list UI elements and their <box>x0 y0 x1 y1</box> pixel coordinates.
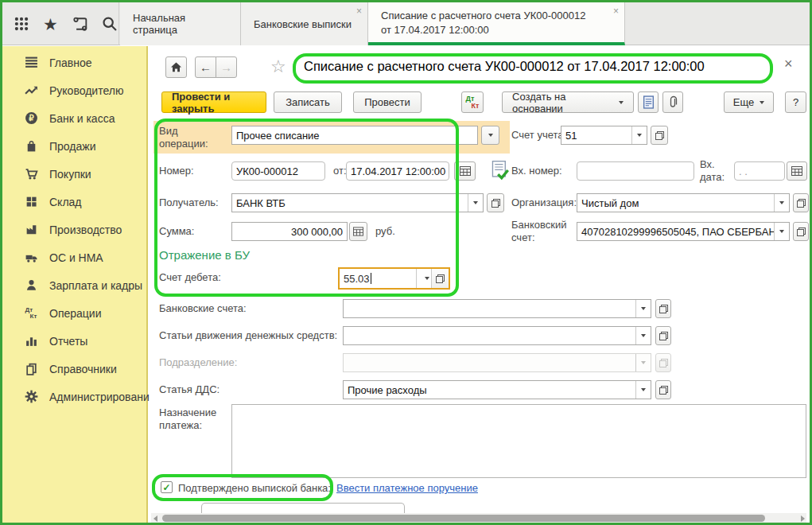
sidebar-item-label: Зарплата и кадры <box>49 279 142 292</box>
cash-flow-item-combo[interactable]: Прочие расходы <box>343 380 651 399</box>
operation-type-dropdown-button[interactable] <box>481 126 499 145</box>
home-button[interactable] <box>165 56 187 78</box>
organization-open-button[interactable] <box>793 193 809 212</box>
bank-account-dropdown-button[interactable] <box>774 223 789 240</box>
sidebar-item-purchases[interactable]: Покупки <box>2 160 146 188</box>
operation-type-input[interactable]: Прочее списание <box>231 126 478 145</box>
sidebar-item-reports[interactable]: Отчеты <box>2 327 146 355</box>
tab-label: Начальная страница <box>133 12 227 36</box>
sidebar-item-label: Производство <box>49 224 122 236</box>
sidebar-item-manager[interactable]: Руководителю <box>2 76 146 104</box>
account-dropdown-button[interactable] <box>631 126 647 144</box>
enter-payment-order-link[interactable]: Ввести платежное поручение <box>336 482 478 494</box>
back-icon: ← <box>200 60 212 74</box>
amount-calculator-button[interactable] <box>349 222 367 241</box>
close-form-icon[interactable]: × <box>784 56 793 72</box>
open-icon <box>797 199 806 208</box>
scrollbar-track[interactable] <box>159 513 798 523</box>
chevron-down-icon <box>760 101 764 104</box>
operation-type-label: Вид операции: <box>159 125 216 150</box>
back-button[interactable]: ← <box>195 56 216 78</box>
menu-icon <box>24 56 38 70</box>
sidebar-item-directories[interactable]: Справочники <box>2 355 146 383</box>
sidebar-item-administration[interactable]: Администрирование <box>2 383 146 410</box>
tab-label-line1: Списание с расчетного счета УК00-000012 <box>381 9 585 23</box>
apps-menu-icon[interactable] <box>12 14 30 33</box>
save-button[interactable]: Записать <box>274 91 342 113</box>
favorites-icon[interactable]: ★ <box>41 14 60 33</box>
tab-close-icon[interactable]: × <box>613 6 619 16</box>
organization-dropdown-button[interactable] <box>774 194 789 212</box>
scroll-left-icon[interactable] <box>151 513 159 523</box>
post-and-close-button[interactable]: Провести и закрыть <box>161 91 266 113</box>
number-input[interactable]: УК00-000012 <box>231 161 325 181</box>
date-calendar-button[interactable] <box>454 161 476 181</box>
show-postings-button[interactable]: ДтКт <box>461 91 484 113</box>
payment-purpose-textarea[interactable] <box>231 404 806 478</box>
sidebar-item-production[interactable]: Производство <box>2 216 146 243</box>
open-icon <box>491 199 500 208</box>
date-input[interactable]: 17.04.2017 12:00:00 <box>346 161 449 181</box>
bank-account-open-button[interactable] <box>793 222 809 241</box>
account-open-button[interactable] <box>651 126 668 145</box>
document-form: ← → ☆ Списание с расчетного счета УК00-0… <box>150 46 810 523</box>
cash-flow-items-open-button[interactable] <box>655 326 671 345</box>
debit-account-open-button[interactable] <box>431 269 449 288</box>
attachments-button[interactable] <box>662 91 683 113</box>
scroll-right-icon[interactable] <box>798 513 806 523</box>
cash-flow-item-dropdown-button[interactable] <box>635 381 651 399</box>
create-based-on-button[interactable]: Создать на основании <box>502 91 634 113</box>
open-icon <box>436 274 445 283</box>
tab-label: Банковские выписки <box>254 18 352 30</box>
bank-account-combo[interactable]: 40702810299996505045, ПАО СБЕРБАНК <box>577 222 790 241</box>
horizontal-scrollbar[interactable] <box>151 513 806 523</box>
tab-close-icon[interactable]: × <box>356 6 362 16</box>
incoming-date-input[interactable]: . . <box>734 161 785 181</box>
cash-flow-items-dropdown-button[interactable] <box>635 327 651 344</box>
confirmed-checkbox[interactable]: ✓ <box>161 481 173 493</box>
payee-combo[interactable]: БАНК ВТБ <box>231 193 484 212</box>
bank-accounts-open-button[interactable] <box>655 299 671 318</box>
post-button[interactable]: Провести <box>353 91 422 113</box>
payee-dropdown-button[interactable] <box>468 194 483 212</box>
app-window: ★ Начальная страница Банковские выписки … <box>0 0 812 525</box>
help-button[interactable]: ? <box>785 91 806 113</box>
cash-flow-items-value <box>344 327 635 344</box>
sidebar-item-sales[interactable]: Продажи <box>2 132 146 160</box>
reports-doc-button[interactable] <box>638 91 659 113</box>
bank-accounts-dropdown-button[interactable] <box>635 300 651 317</box>
department-combo <box>343 353 651 372</box>
sidebar-item-warehouse[interactable]: Склад <box>2 188 146 216</box>
sidebar-item-bank-cash[interactable]: ₽ Банк и касса <box>2 104 146 132</box>
incoming-date-calendar-button[interactable] <box>787 161 807 181</box>
account-combo[interactable]: 51 <box>561 126 647 145</box>
sidebar-item-label: ОС и НМА <box>49 251 103 264</box>
tab-bank-statements[interactable]: Банковские выписки × <box>241 2 368 45</box>
cash-flow-items-combo[interactable] <box>343 326 651 345</box>
department-dropdown-button <box>635 354 651 371</box>
partial-input[interactable] <box>201 503 405 513</box>
confirmed-checkbox-label: Подтверждено выпиской банка: <box>178 482 331 495</box>
sidebar-item-payroll-hr[interactable]: Зарплата и кадры <box>2 271 146 299</box>
history-icon[interactable] <box>71 14 89 33</box>
scrollbar-thumb[interactable] <box>162 515 765 522</box>
incoming-number-input[interactable] <box>577 161 694 181</box>
debit-account-dropdown-button[interactable] <box>416 269 431 288</box>
sidebar-item-operations[interactable]: ДтКт Операции <box>2 299 146 327</box>
search-icon[interactable] <box>100 14 118 33</box>
tab-writeoff-document[interactable]: Списание с расчетного счета УК00-000012 … <box>368 2 625 45</box>
forward-button[interactable]: → <box>216 56 237 78</box>
bank-accounts-combo[interactable] <box>343 299 651 318</box>
more-button[interactable]: Еще <box>724 91 774 113</box>
organization-combo[interactable]: Чистый дом <box>577 193 790 212</box>
payee-open-button[interactable] <box>487 193 504 212</box>
tab-home[interactable]: Начальная страница <box>120 2 241 45</box>
account-label: Счет учета: <box>511 129 566 142</box>
cash-flow-item-open-button[interactable] <box>655 380 671 399</box>
sidebar-item-fixed-assets[interactable]: ОС и НМА <box>2 243 146 271</box>
sidebar-item-label: Склад <box>49 196 82 208</box>
favorite-star-icon[interactable]: ☆ <box>270 56 286 77</box>
sidebar-item-main[interactable]: Главное <box>2 49 146 76</box>
debit-account-combo[interactable]: 55.03 <box>338 267 450 290</box>
amount-input[interactable]: 300 000,00 <box>231 222 348 241</box>
